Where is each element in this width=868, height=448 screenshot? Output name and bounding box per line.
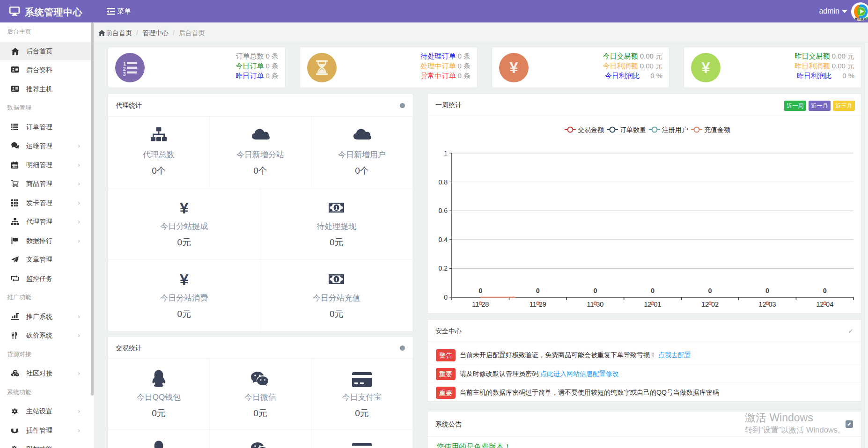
svg-text:订单数量: 订单数量 bbox=[619, 126, 646, 133]
svg-text:0: 0 bbox=[765, 287, 769, 294]
svg-text:0.8: 0.8 bbox=[439, 178, 448, 186]
svg-text:0.6: 0.6 bbox=[439, 207, 448, 214]
svg-text:0: 0 bbox=[444, 294, 448, 301]
svg-text:0: 0 bbox=[708, 287, 712, 294]
svg-text:0.4: 0.4 bbox=[439, 236, 448, 243]
svg-text:0: 0 bbox=[536, 287, 540, 294]
svg-text:0: 0 bbox=[593, 287, 597, 294]
svg-text:注册用户: 注册用户 bbox=[662, 126, 688, 133]
svg-text:1: 1 bbox=[335, 205, 338, 211]
svg-text:0: 0 bbox=[478, 287, 482, 294]
svg-text:0.2: 0.2 bbox=[439, 264, 448, 272]
svg-text:0: 0 bbox=[651, 287, 655, 294]
svg-text:1: 1 bbox=[444, 149, 448, 157]
svg-text:3: 3 bbox=[123, 71, 126, 77]
svg-text:充值金额: 充值金额 bbox=[704, 126, 730, 133]
svg-text:1: 1 bbox=[335, 276, 338, 283]
svg-text:0: 0 bbox=[823, 287, 827, 294]
svg-text:交易金额: 交易金额 bbox=[578, 126, 604, 133]
svg-text:腾讯视频: 腾讯视频 bbox=[854, 17, 867, 21]
